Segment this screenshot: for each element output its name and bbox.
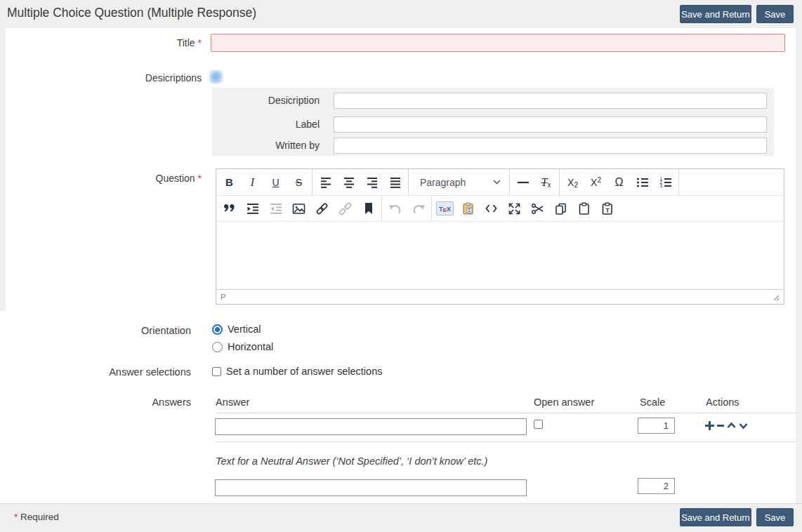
svg-text:Σ: Σ bbox=[468, 208, 471, 213]
page-title: Multiple Choice Question (Multiple Respo… bbox=[7, 6, 256, 20]
table-header-divider bbox=[216, 413, 797, 413]
required-note: * Required bbox=[14, 512, 59, 522]
editor-content-area[interactable] bbox=[216, 222, 784, 289]
align-left-icon[interactable] bbox=[314, 169, 337, 195]
descriptions-toggle-icon[interactable] bbox=[209, 70, 223, 84]
editor-toolbar-row2: TEX Σ T bbox=[216, 196, 784, 222]
label-label: Label bbox=[212, 119, 320, 130]
question-rich-text-editor: B I U S Paragraph Tx X2 X2 Ω 123 bbox=[216, 168, 784, 305]
strikethrough-icon[interactable]: S bbox=[287, 169, 310, 195]
move-down-icon[interactable] bbox=[739, 421, 748, 430]
descriptions-box: Desicription Label Written by bbox=[212, 88, 774, 156]
fullscreen-icon[interactable] bbox=[503, 196, 526, 221]
neutral-answer-note: Text for a Neutral Answer (‘Not Specifie… bbox=[216, 455, 487, 467]
paste-as-text-icon[interactable]: T bbox=[596, 196, 619, 221]
open-answer-checkbox[interactable] bbox=[534, 420, 543, 429]
column-header-actions: Actions bbox=[706, 397, 739, 408]
column-header-answer: Answer bbox=[216, 397, 249, 408]
element-path: P bbox=[221, 293, 226, 301]
title-input[interactable] bbox=[211, 34, 785, 52]
description-input[interactable] bbox=[334, 93, 767, 109]
resize-handle-icon[interactable] bbox=[772, 293, 780, 301]
add-answer-icon[interactable] bbox=[705, 421, 714, 430]
align-center-icon[interactable] bbox=[337, 169, 360, 195]
orientation-option-vertical[interactable]: Vertical bbox=[212, 324, 261, 335]
row-divider bbox=[216, 441, 797, 442]
neutral-answer-input[interactable] bbox=[215, 479, 527, 496]
required-asterisk: * bbox=[198, 173, 202, 184]
insert-link-icon[interactable] bbox=[310, 196, 334, 221]
bold-icon[interactable]: B bbox=[218, 169, 241, 195]
column-header-scale: Scale bbox=[640, 397, 665, 408]
written-by-label: Written by bbox=[212, 140, 320, 151]
insert-image-icon[interactable] bbox=[287, 196, 310, 221]
outdent-icon[interactable] bbox=[264, 196, 287, 221]
required-asterisk: * bbox=[198, 37, 202, 48]
tex-icon[interactable]: TEX bbox=[433, 196, 456, 221]
descriptions-label: Desicriptions bbox=[6, 72, 202, 84]
scale-input[interactable] bbox=[638, 418, 675, 434]
redo-icon[interactable] bbox=[407, 196, 430, 221]
orientation-option-horizontal[interactable]: Horizontal bbox=[212, 341, 273, 352]
footer-save-and-return-button[interactable]: Save and Return bbox=[680, 508, 751, 526]
answer-input[interactable] bbox=[215, 418, 527, 435]
footer-save-button[interactable]: Save bbox=[756, 508, 794, 526]
italic-icon[interactable]: I bbox=[241, 169, 264, 195]
source-code-icon[interactable] bbox=[480, 196, 503, 221]
move-up-icon[interactable] bbox=[727, 421, 736, 430]
description-label: Desicription bbox=[212, 95, 320, 106]
answers-label: Answers bbox=[0, 397, 191, 408]
checkbox-icon[interactable] bbox=[212, 367, 221, 376]
numbered-list-icon[interactable]: 123 bbox=[654, 169, 677, 195]
save-button[interactable]: Save bbox=[756, 5, 794, 23]
bullet-list-icon[interactable] bbox=[631, 169, 654, 195]
editor-status-bar: P bbox=[216, 289, 784, 304]
editor-toolbar-row1: B I U S Paragraph Tx X2 X2 Ω 123 bbox=[216, 169, 784, 196]
underline-icon[interactable]: U bbox=[264, 169, 287, 195]
radio-selected-icon[interactable] bbox=[212, 324, 223, 335]
special-character-icon[interactable]: Ω bbox=[607, 169, 631, 195]
page-footer: * Required Save and Return Save bbox=[0, 503, 802, 532]
answer-selections-label: Answer selections bbox=[0, 366, 191, 378]
neutral-scale-input[interactable] bbox=[638, 478, 675, 494]
superscript-icon[interactable]: X2 bbox=[584, 169, 607, 195]
orientation-label: Orientation bbox=[0, 325, 191, 336]
undo-icon[interactable] bbox=[383, 196, 407, 221]
question-form-panel: Title * Desicriptions Desicription Label… bbox=[6, 28, 796, 311]
label-input[interactable] bbox=[334, 117, 767, 133]
clear-formatting-icon[interactable]: Tx bbox=[534, 169, 558, 195]
indent-icon[interactable] bbox=[241, 196, 264, 221]
question-label: Question * bbox=[6, 173, 202, 184]
written-by-input[interactable] bbox=[334, 138, 767, 154]
svg-text:T: T bbox=[605, 206, 610, 213]
align-right-icon[interactable] bbox=[360, 169, 383, 195]
title-label: Title * bbox=[6, 37, 202, 48]
column-header-open-answer: Open answer bbox=[534, 397, 594, 408]
options-panel: Orientation Vertical Horizontal Answer s… bbox=[0, 311, 796, 503]
copy-icon[interactable] bbox=[549, 196, 572, 221]
paste-icon[interactable] bbox=[572, 196, 596, 221]
paste-from-word-icon[interactable]: Σ bbox=[456, 196, 480, 221]
paragraph-format-dropdown[interactable]: Paragraph bbox=[410, 169, 508, 195]
remove-link-icon[interactable] bbox=[334, 196, 357, 221]
justify-icon[interactable] bbox=[383, 169, 407, 195]
horizontal-rule-icon[interactable] bbox=[511, 169, 534, 195]
answer-selections-option[interactable]: Set a number of answer selections bbox=[212, 366, 382, 377]
answer-actions bbox=[705, 421, 748, 430]
subscript-icon[interactable]: X2 bbox=[561, 169, 584, 195]
radio-unselected-icon[interactable] bbox=[212, 342, 223, 352]
anchor-icon[interactable] bbox=[357, 196, 380, 221]
blockquote-icon[interactable] bbox=[218, 196, 241, 221]
remove-answer-icon[interactable] bbox=[717, 421, 724, 430]
svg-text:3: 3 bbox=[659, 183, 662, 188]
cut-icon[interactable] bbox=[526, 196, 549, 221]
save-and-return-button[interactable]: Save and Return bbox=[680, 5, 751, 23]
